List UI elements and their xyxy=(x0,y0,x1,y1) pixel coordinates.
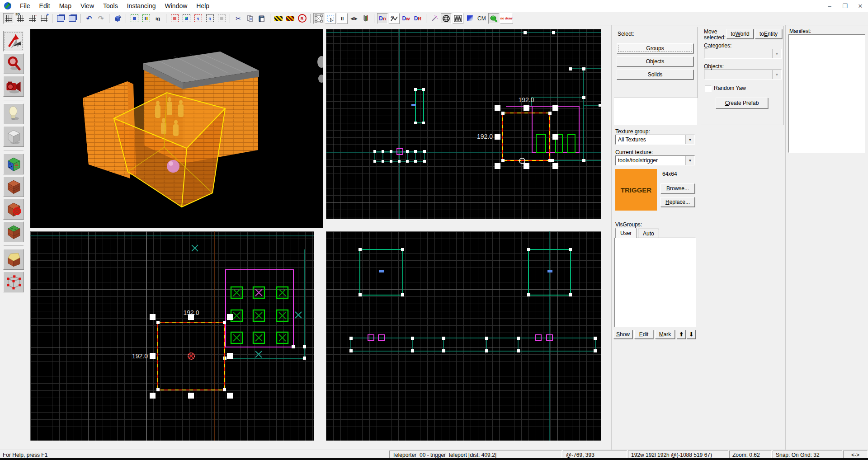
select-mode-box-button[interactable] xyxy=(325,13,336,24)
show-all-button[interactable] xyxy=(216,13,227,24)
chevron-down-icon: ▼ xyxy=(772,49,781,58)
visgroup-show-button[interactable]: Show xyxy=(613,330,632,339)
select-groups-button[interactable]: Groups xyxy=(617,43,693,53)
toggle-radius-culling-button[interactable]: R xyxy=(297,13,307,24)
manifest-list[interactable] xyxy=(788,34,865,153)
hide-selected-button[interactable] xyxy=(169,13,180,24)
visgroups-label: VisGroups: xyxy=(615,221,642,228)
sphere-tool-button[interactable] xyxy=(441,13,452,24)
tab-auto[interactable]: Auto xyxy=(638,229,659,238)
entity-tool-button[interactable] xyxy=(3,103,24,124)
toggle-grid-button[interactable] xyxy=(3,13,14,24)
split-faces-button[interactable] xyxy=(360,13,371,24)
minimize-button[interactable]: – xyxy=(822,0,837,12)
model-fade-button[interactable] xyxy=(464,13,475,24)
menu-window[interactable]: Window xyxy=(160,0,192,11)
hammer-model-button[interactable] xyxy=(488,13,499,24)
browse-button[interactable]: Browse... xyxy=(660,183,695,193)
random-yaw-checkbox[interactable] xyxy=(705,85,712,92)
menu-tools[interactable]: Tools xyxy=(99,0,123,11)
viewport-2d-side[interactable]: ∧ ∨ < > xyxy=(326,231,601,441)
to-world-button[interactable]: toWorld xyxy=(726,29,754,39)
toggle-3d-grid-button[interactable]: 3D xyxy=(15,13,26,24)
cut-button[interactable]: ✂ xyxy=(233,13,244,24)
paste-button[interactable] xyxy=(256,13,267,24)
select-objects-button[interactable]: Objects xyxy=(617,56,693,66)
carve-button[interactable] xyxy=(112,13,123,24)
collision-wireframe-button[interactable]: CM xyxy=(476,13,487,24)
copy-button[interactable] xyxy=(245,13,255,24)
viewport-2d-front[interactable]: 192.0 192.0 ∧ ∨ < > xyxy=(30,231,314,441)
viewport-2d-top-overlay: 192.0 192.0 xyxy=(326,29,601,219)
texture-application-tool-button[interactable] xyxy=(3,154,24,174)
disp-walkable-button[interactable]: Dw xyxy=(401,13,411,24)
viewport-3d[interactable] xyxy=(30,29,323,228)
tab-user[interactable]: User xyxy=(615,228,637,238)
toggle-cordon-button[interactable] xyxy=(273,13,284,24)
group-button[interactable] xyxy=(129,13,140,24)
menu-instancing[interactable]: Instancing xyxy=(123,0,160,11)
menu-file[interactable]: File xyxy=(15,0,35,11)
texture-lock-button[interactable]: tl xyxy=(337,13,348,24)
viewport-2d-top[interactable]: 192.0 192.0 ∧ ∨ < > xyxy=(326,29,601,219)
visgroup-down-button[interactable]: ⬇ xyxy=(687,330,696,339)
handles-box-icon xyxy=(315,14,323,23)
clip-cube-icon xyxy=(5,251,22,268)
apply-current-texture-button[interactable] xyxy=(3,176,24,197)
current-texture-combobox[interactable]: tools/toolstrigger ▼ xyxy=(615,155,695,165)
ignore-groups-button[interactable]: ig xyxy=(152,13,163,24)
overlay-tool-button[interactable] xyxy=(3,221,24,242)
disp-no-draw-button[interactable]: Dn xyxy=(377,13,388,24)
chevron-down-icon[interactable]: ▼ xyxy=(685,135,694,144)
magnify-tool-button[interactable] xyxy=(3,53,24,74)
selection-tool-button[interactable] xyxy=(3,31,24,52)
visgroup-mark-button[interactable]: Mark xyxy=(655,330,675,339)
undo-button[interactable]: ↶ xyxy=(84,13,94,24)
visgroup-edit-button[interactable]: Edit xyxy=(634,330,653,339)
save-window-state-button[interactable] xyxy=(67,13,78,24)
menu-help[interactable]: Help xyxy=(192,0,214,11)
sprinkle-button[interactable] xyxy=(429,13,440,24)
app-icon xyxy=(4,2,12,10)
menu-view[interactable]: View xyxy=(76,0,99,11)
close-button[interactable]: ✕ xyxy=(853,0,868,12)
block-tool-button[interactable] xyxy=(3,126,24,147)
show-hidden-quick-button[interactable]: q xyxy=(193,13,203,24)
create-prefab-button[interactable]: Create Prefab xyxy=(716,98,768,108)
nodraw-preview-button[interactable]: no draw xyxy=(500,13,513,24)
select-solids-button[interactable]: Solids xyxy=(617,70,693,80)
redo-button[interactable]: ↷ xyxy=(95,13,106,24)
clipping-tool-button[interactable] xyxy=(3,249,24,270)
select-mode-handles-button[interactable] xyxy=(313,13,324,24)
visgroups-list[interactable] xyxy=(614,238,696,327)
ungroup-button[interactable] xyxy=(141,13,151,24)
vertex-tool-button[interactable] xyxy=(3,272,24,292)
replace-button[interactable]: Replace... xyxy=(660,197,695,207)
lightbulb-icon xyxy=(5,105,22,122)
copy-icon xyxy=(246,15,254,22)
restore-button[interactable]: ❐ xyxy=(837,0,853,12)
larger-grid-button[interactable]: + xyxy=(38,13,49,24)
hide-quick-button[interactable]: q xyxy=(204,13,215,24)
texture-group-combobox[interactable]: All Textures ▼ xyxy=(615,135,695,145)
smaller-grid-button[interactable]: – xyxy=(27,13,38,24)
visgroup-up-button[interactable]: ⬆ xyxy=(677,330,686,339)
dim-label-width: 192.0 xyxy=(183,309,199,316)
mask-icon xyxy=(454,15,462,22)
categories-combobox[interactable]: ▼ xyxy=(704,49,782,59)
disp-wireframe-button[interactable]: 3D xyxy=(389,13,400,24)
objects-combobox[interactable]: ▼ xyxy=(704,70,782,80)
to-entity-button[interactable]: toEntity xyxy=(755,29,782,39)
apply-decals-tool-button[interactable] xyxy=(3,199,24,220)
texture-scaling-lock-button[interactable]: ◂tl▸ xyxy=(349,13,359,24)
hide-unselected-button[interactable] xyxy=(181,13,192,24)
camera-tool-button[interactable] xyxy=(3,76,24,97)
chevron-down-icon[interactable]: ▼ xyxy=(685,156,694,165)
disp-remove-button[interactable]: DR xyxy=(412,13,423,24)
load-window-state-button[interactable] xyxy=(55,13,66,24)
edit-cordon-button[interactable] xyxy=(285,13,296,24)
menu-edit[interactable]: Edit xyxy=(35,0,55,11)
displacement-mask-button[interactable] xyxy=(453,13,463,24)
menu-map[interactable]: Map xyxy=(55,0,76,11)
object-bar-blank-area xyxy=(614,98,697,125)
